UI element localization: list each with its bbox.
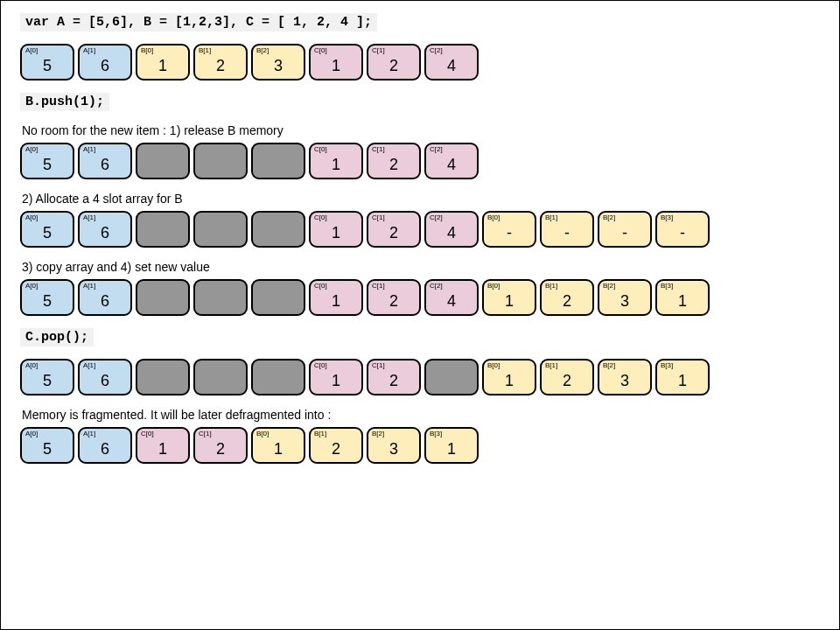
- memory-cell: A[1]6: [78, 211, 132, 248]
- memory-cell: [251, 143, 305, 179]
- cell-value: 5: [22, 438, 73, 462]
- cell-value: 1: [311, 369, 361, 394]
- memory-row-2: A[0]5A[1]6C[0]1C[1]2C[2]4: [20, 143, 820, 179]
- cell-label: B[0]: [484, 360, 535, 369]
- memory-cell: C[0]1: [309, 279, 363, 316]
- cell-value: [195, 369, 246, 394]
- cell-value: 2: [311, 438, 361, 462]
- cell-label: C[0]: [311, 360, 361, 369]
- memory-cell: A[0]5: [20, 427, 74, 464]
- cell-value: 1: [484, 369, 535, 394]
- cell-value: [137, 153, 188, 178]
- memory-cell: B[2]3: [251, 44, 305, 80]
- memory-cell: C[2]4: [424, 211, 479, 248]
- memory-cell: [136, 211, 190, 248]
- cell-label: [426, 360, 477, 369]
- cell-label: C[2]: [426, 46, 477, 54]
- cell-value: 6: [80, 290, 130, 314]
- cell-label: B[2]: [368, 429, 419, 438]
- memory-cell: [193, 359, 248, 396]
- memory-row-3: A[0]5A[1]6C[0]1C[1]2C[2]4B[0]-B[1]-B[2]-…: [20, 211, 820, 248]
- memory-row-4: A[0]5A[1]6C[0]1C[1]2C[2]4B[0]1B[1]2B[2]3…: [20, 279, 820, 316]
- memory-cell: C[1]2: [367, 143, 421, 179]
- memory-cell: C[0]1: [309, 143, 363, 179]
- memory-cell: B[3]-: [655, 211, 710, 248]
- cell-label: A[1]: [80, 281, 130, 290]
- cell-value: 2: [368, 369, 419, 394]
- cell-value: -: [599, 221, 650, 246]
- cell-value: 3: [368, 438, 419, 462]
- memory-cell: A[0]5: [20, 359, 74, 396]
- cell-label: B[0]: [484, 281, 535, 290]
- cell-label: [253, 144, 304, 153]
- cell-label: A[1]: [80, 213, 130, 221]
- memory-cell: A[0]5: [20, 279, 74, 316]
- memory-cell: C[2]4: [424, 44, 479, 80]
- cell-value: 4: [426, 290, 477, 314]
- memory-cell: C[1]2: [367, 44, 421, 80]
- memory-cell: C[0]1: [309, 44, 363, 80]
- memory-cell: B[0]-: [482, 211, 536, 248]
- cell-value: [195, 290, 246, 314]
- cell-label: C[0]: [311, 213, 361, 221]
- memory-cell: A[1]6: [78, 427, 132, 464]
- caption-alloc: 2) Allocate a 4 slot array for B: [22, 192, 820, 206]
- cell-label: A[0]: [22, 46, 73, 54]
- cell-label: C[1]: [368, 144, 419, 153]
- memory-cell: C[0]1: [309, 359, 363, 396]
- memory-row-6: A[0]5A[1]6C[0]1C[1]2B[0]1B[1]2B[2]3B[3]1: [20, 427, 820, 464]
- memory-cell: C[1]2: [367, 279, 421, 316]
- cell-label: [195, 144, 246, 153]
- cell-label: [137, 281, 188, 290]
- cell-label: B[0]: [137, 46, 188, 54]
- memory-cell: B[0]1: [482, 279, 536, 316]
- cell-label: B[1]: [542, 213, 592, 221]
- cell-value: 1: [137, 54, 188, 79]
- cell-value: [195, 221, 246, 246]
- cell-value: 2: [195, 438, 246, 462]
- cell-label: B[3]: [426, 429, 477, 438]
- cell-label: C[0]: [311, 144, 361, 153]
- memory-cell: [251, 279, 305, 316]
- cell-value: -: [657, 221, 708, 246]
- cell-value: [253, 221, 304, 246]
- cell-label: A[0]: [22, 144, 73, 153]
- diagram-page: var A = [5,6], B = [1,2,3], C = [ 1, 2, …: [0, 0, 840, 630]
- cell-value: 2: [368, 54, 419, 79]
- memory-cell: B[0]1: [136, 44, 190, 80]
- cell-label: B[1]: [311, 429, 361, 438]
- memory-cell: [193, 279, 248, 316]
- cell-label: C[1]: [368, 46, 419, 54]
- cell-value: 5: [22, 290, 73, 314]
- cell-value: 6: [80, 221, 130, 246]
- cell-value: -: [542, 221, 592, 246]
- cell-value: 6: [80, 54, 130, 79]
- cell-value: 2: [542, 290, 592, 314]
- cell-value: 1: [311, 153, 361, 178]
- caption-release: No room for the new item : 1) release B …: [22, 123, 820, 137]
- cell-label: C[1]: [195, 429, 246, 438]
- cell-label: A[1]: [80, 429, 130, 438]
- memory-cell: B[2]3: [598, 279, 652, 316]
- cell-value: 3: [253, 54, 304, 79]
- cell-label: A[0]: [22, 360, 73, 369]
- cell-label: C[2]: [426, 213, 477, 221]
- cell-label: [195, 213, 246, 221]
- cell-label: [195, 281, 246, 290]
- memory-cell: A[0]5: [20, 143, 74, 179]
- cell-value: [253, 153, 304, 178]
- cell-label: [253, 213, 304, 221]
- cell-label: B[1]: [542, 360, 592, 369]
- memory-cell: [424, 359, 479, 396]
- memory-cell: B[2]3: [598, 359, 652, 396]
- memory-row-1: A[0]5A[1]6B[0]1B[1]2B[2]3C[0]1C[1]2C[2]4: [20, 44, 820, 80]
- memory-cell: B[0]1: [251, 427, 305, 464]
- memory-cell: B[3]1: [655, 279, 710, 316]
- cell-label: C[1]: [368, 360, 419, 369]
- memory-cell: B[1]2: [540, 359, 594, 396]
- caption-fragmented: Memory is fragmented. It will be later d…: [22, 408, 820, 422]
- section-pop: C.pop(); A[0]5A[1]6C[0]1C[1]2B[0]1B[1]2B…: [20, 328, 820, 464]
- cell-label: [253, 281, 304, 290]
- cell-label: A[1]: [80, 144, 130, 153]
- cell-value: 2: [368, 290, 419, 314]
